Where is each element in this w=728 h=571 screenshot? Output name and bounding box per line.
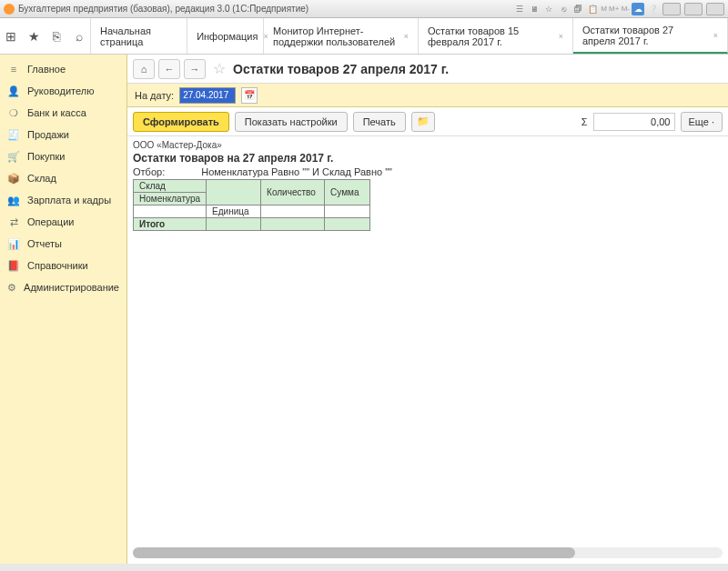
- receipt-icon: 🧾: [7, 128, 20, 141]
- folder-button[interactable]: 📁: [411, 112, 435, 132]
- window-titlebar: Бухгалтерия предприятия (базовая), редак…: [0, 0, 728, 18]
- search-icon[interactable]: ⌕: [71, 28, 87, 45]
- calendar-button[interactable]: 📅: [241, 87, 258, 104]
- sum-field[interactable]: 0,00: [593, 113, 675, 131]
- close-icon[interactable]: ×: [559, 32, 563, 41]
- tab-bar: Начальная страница Информация× Монитор И…: [91, 18, 728, 54]
- sidebar-item-label: Главное: [27, 64, 66, 75]
- apps-icon[interactable]: ⊞: [3, 28, 19, 45]
- date-label: На дату:: [135, 90, 174, 101]
- tab-start[interactable]: Начальная страница: [91, 18, 187, 54]
- tab-label: Информация: [197, 31, 258, 42]
- tool-icon[interactable]: ☰: [513, 3, 526, 15]
- coin-icon: ❍: [7, 106, 20, 119]
- report-area: ООО «Мастер-Дока» Остатки товаров на 27 …: [127, 136, 728, 564]
- sidebar-item-reports[interactable]: 📊Отчеты: [0, 233, 126, 255]
- col-sub: [134, 205, 207, 218]
- home-button[interactable]: ⌂: [133, 59, 155, 79]
- book-icon: 📕: [7, 259, 20, 272]
- page-title: Остатки товаров 27 апреля 2017 г.: [233, 62, 449, 76]
- sidebar-item-bank[interactable]: ❍Банк и касса: [0, 102, 126, 124]
- chart-icon: 📊: [7, 237, 20, 250]
- tool-icon[interactable]: 📋: [586, 3, 599, 15]
- tab-label: Остатки товаров 15 февраля 2017 г.: [428, 25, 553, 47]
- gear-icon: ⚙: [7, 281, 16, 294]
- toolbar: Сформировать Показать настройки Печать 📁…: [127, 107, 728, 136]
- tool-icon[interactable]: 🗐: [571, 3, 584, 15]
- user-icon: 👤: [7, 85, 20, 97]
- sidebar-item-label: Руководителю: [27, 85, 94, 96]
- tab-label: Начальная страница: [100, 25, 177, 47]
- window-title: Бухгалтерия предприятия (базовая), редак…: [18, 4, 513, 14]
- close-icon[interactable]: ×: [713, 31, 718, 40]
- tool-icon[interactable]: ⎋: [557, 3, 570, 15]
- generate-button[interactable]: Сформировать: [133, 112, 229, 132]
- more-button[interactable]: Еще ·: [681, 112, 723, 132]
- tab-label: Монитор Интернет-поддержки пользователей: [273, 25, 399, 47]
- sidebar-item-label: Администрирование: [24, 282, 119, 293]
- col-sum: Сумма: [325, 180, 370, 205]
- show-settings-button[interactable]: Показать настройки: [235, 112, 348, 132]
- col-sklad: Склад: [134, 180, 207, 193]
- menu-icon: ≡: [7, 63, 20, 75]
- tool-icon[interactable]: ❔: [646, 3, 659, 15]
- sidebar-item-stock[interactable]: 📦Склад: [0, 167, 126, 189]
- report-filter: Отбор: Номенклатура Равно "" И Склад Рав…: [133, 166, 723, 177]
- forward-button[interactable]: →: [184, 59, 206, 79]
- org-name: ООО «Мастер-Дока»: [133, 140, 723, 150]
- tab-monitor[interactable]: Монитор Интернет-поддержки пользователей…: [264, 18, 419, 54]
- sidebar: ≡Главное 👤Руководителю ❍Банк и касса 🧾Пр…: [0, 55, 127, 564]
- back-button[interactable]: ←: [158, 59, 180, 79]
- sidebar-item-label: Покупки: [27, 151, 65, 162]
- report-table: Склад Количество Сумма Номенклатура Един…: [133, 179, 370, 231]
- sidebar-item-manager[interactable]: 👤Руководителю: [0, 80, 126, 102]
- star-icon[interactable]: ★: [25, 28, 42, 45]
- tab-report-feb[interactable]: Остатки товаров 15 февраля 2017 г.×: [419, 18, 573, 54]
- tab-info[interactable]: Информация×: [187, 18, 264, 54]
- horizontal-scrollbar[interactable]: [133, 547, 723, 558]
- favorite-icon[interactable]: ☆: [213, 60, 226, 77]
- total-row: Итого: [134, 218, 370, 231]
- maximize-button[interactable]: [684, 3, 703, 15]
- tab-report-apr[interactable]: Остатки товаров 27 апреля 2017 г.×: [573, 18, 728, 54]
- people-icon: 👥: [7, 194, 20, 206]
- filter-text: Номенклатура Равно "" И Склад Равно "": [201, 166, 392, 177]
- col-empty: [207, 180, 261, 205]
- sidebar-item-main[interactable]: ≡Главное: [0, 58, 126, 80]
- scrollbar-thumb[interactable]: [133, 547, 575, 558]
- body: ≡Главное 👤Руководителю ❍Банк и касса 🧾Пр…: [0, 55, 728, 564]
- date-row: На дату: 📅: [127, 84, 728, 107]
- close-button[interactable]: [706, 3, 724, 15]
- date-input[interactable]: [179, 87, 236, 104]
- minimize-button[interactable]: [662, 3, 681, 15]
- col-unit: Единица: [207, 205, 261, 218]
- app-icon: [4, 4, 15, 15]
- clipboard-icon[interactable]: ⎘: [48, 28, 65, 45]
- sidebar-item-label: Отчеты: [27, 238, 62, 249]
- sidebar-item-label: Зарплата и кадры: [27, 195, 111, 205]
- sidebar-item-operations[interactable]: ⇄Операции: [0, 211, 126, 233]
- sidebar-item-refs[interactable]: 📕Справочники: [0, 255, 126, 276]
- quick-toolbar: ⊞ ★ ⎘ ⌕: [0, 18, 91, 54]
- close-icon[interactable]: ×: [404, 32, 409, 41]
- tool-icon[interactable]: ☁: [632, 3, 644, 15]
- tool-icon[interactable]: ☆: [542, 3, 555, 15]
- col-qty: Количество: [261, 180, 325, 205]
- report-title: Остатки товаров на 27 апреля 2017 г.: [133, 152, 723, 165]
- tool-text[interactable]: M M+ M-: [601, 3, 630, 15]
- sidebar-item-label: Банк и касса: [27, 107, 86, 118]
- swap-icon: ⇄: [7, 215, 20, 228]
- sidebar-item-purchases[interactable]: 🛒Покупки: [0, 145, 126, 167]
- sidebar-item-sales[interactable]: 🧾Продажи: [0, 124, 126, 145]
- sidebar-item-label: Операции: [27, 216, 74, 227]
- sidebar-item-admin[interactable]: ⚙Администрирование: [0, 276, 126, 298]
- tab-label: Остатки товаров 27 апреля 2017 г.: [582, 25, 708, 46]
- total-label: Итого: [134, 218, 207, 231]
- tool-icon[interactable]: 🖥: [528, 3, 541, 15]
- filter-label: Отбор:: [133, 166, 165, 177]
- titlebar-tools: ☰ 🖥 ☆ ⎋ 🗐 📋 M M+ M- ☁ ❔: [513, 3, 724, 15]
- sidebar-item-label: Продажи: [27, 129, 69, 140]
- print-button[interactable]: Печать: [353, 112, 406, 132]
- cart-icon: 🛒: [7, 150, 20, 163]
- sidebar-item-salary[interactable]: 👥Зарплата и кадры: [0, 189, 126, 211]
